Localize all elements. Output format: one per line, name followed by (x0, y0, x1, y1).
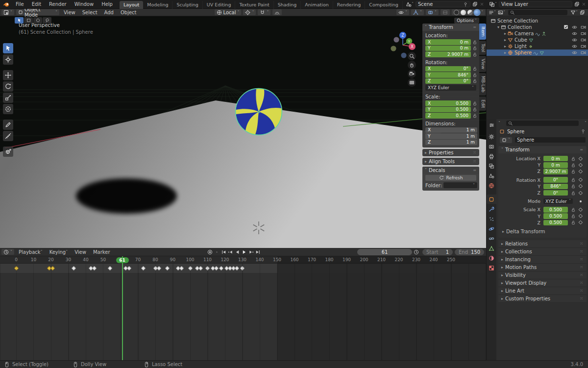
scene-selector[interactable]: ˅ (406, 1, 414, 7)
menu-file[interactable]: File (12, 1, 28, 7)
value-field[interactable]: Y0.500 (425, 107, 471, 113)
outliner-search-input[interactable] (508, 10, 567, 15)
n-panel-tab-view[interactable]: View (479, 56, 486, 72)
properties-tab-constraints[interactable] (487, 234, 496, 243)
properties-tab-object[interactable] (487, 195, 496, 204)
panel-viewport-display[interactable]: ▸Viewport Display⁙ (498, 279, 587, 287)
keyframe-diamond-icon[interactable] (578, 177, 583, 182)
n-panel-tab-mb-lab[interactable]: MB-Lab (479, 73, 486, 95)
sync-button[interactable] (214, 249, 220, 255)
select-mode-lasso[interactable] (43, 17, 51, 24)
workspace-tab-texture-paint[interactable]: Texture Paint (235, 1, 273, 9)
pin-icon[interactable] (581, 129, 586, 134)
timeline-editor-type-button[interactable]: ˅ (1, 249, 14, 255)
play-reverse-button[interactable] (234, 249, 241, 255)
view-layer-selector[interactable]: ˅ (489, 1, 497, 7)
tool-rotate[interactable] (3, 81, 13, 92)
menu-help[interactable]: Help (98, 1, 117, 7)
n-panel-tab-edit[interactable]: Edit (479, 97, 486, 111)
copy-icon[interactable] (472, 1, 478, 7)
outliner-row-scene-collection[interactable]: Scene Collection (487, 18, 588, 24)
eye-icon[interactable] (572, 25, 577, 30)
lock-open-icon[interactable] (472, 46, 477, 50)
transform-orientation-dropdown[interactable]: Local˅ (215, 9, 242, 15)
check-icon[interactable] (564, 25, 568, 29)
eye-icon[interactable] (572, 50, 577, 55)
lock-open-icon[interactable] (472, 101, 477, 106)
jump-to-end-button[interactable] (255, 249, 262, 255)
lock-open-icon[interactable] (472, 78, 477, 83)
properties-tab-physics[interactable] (487, 224, 496, 233)
workspace-tab-compositing[interactable]: Compositing (365, 1, 403, 9)
value-field[interactable]: 0° (543, 190, 568, 196)
disclosure-arrow[interactable]: ▸ (504, 50, 506, 55)
filter-type-button[interactable]: ˅ (498, 10, 505, 15)
x-icon[interactable] (582, 2, 586, 6)
filter-button[interactable]: ˅ (570, 10, 578, 15)
workspace-tab-rendering[interactable]: Rendering (333, 1, 366, 9)
value-field[interactable]: Y0 m (425, 46, 471, 51)
disclosure-arrow[interactable]: ▸ (504, 44, 506, 49)
workspace-tab-animation[interactable]: Animation (301, 1, 333, 9)
value-field[interactable]: Y846° (425, 72, 471, 78)
lock-open-icon[interactable] (472, 52, 477, 57)
beachball-sphere[interactable] (236, 89, 282, 135)
timeline-menu-marker[interactable]: Marker (90, 249, 114, 255)
viewport-menu-view[interactable]: View (60, 10, 79, 15)
keyframe-diamond-icon[interactable] (578, 214, 583, 219)
tool-add-cube[interactable] (3, 147, 13, 157)
disclosure-arrow[interactable]: ▾ (497, 25, 499, 29)
panel-collections[interactable]: ▸Collections⁙ (498, 248, 587, 256)
timeline-menu-playback[interactable]: Playback˅ (15, 249, 46, 255)
value-field[interactable]: X0.500 (425, 100, 471, 106)
refresh-button[interactable]: Refresh (425, 175, 476, 181)
value-field[interactable]: 0.500 (543, 213, 568, 219)
keyframe-diamond-icon[interactable] (578, 191, 583, 196)
value-field[interactable]: 846° (543, 184, 568, 190)
blender-logo-icon[interactable] (3, 1, 10, 8)
viewport-menu-select[interactable]: Select (79, 10, 101, 15)
disclosure-arrow[interactable]: ▸ (504, 38, 506, 42)
lock-open-icon[interactable] (571, 184, 576, 189)
value-field[interactable]: Z2.9007 m (425, 51, 471, 57)
tool-annotate[interactable] (3, 120, 13, 130)
lock-open-icon[interactable] (571, 191, 576, 196)
panel-motion-paths[interactable]: ▸Motion Paths⁙ (498, 264, 587, 271)
workspace-tab-uv-editing[interactable]: UV Editing (203, 1, 236, 9)
panel-custom-properties[interactable]: ▸Custom Properties⁙ (498, 295, 587, 303)
viewport-menu-object[interactable]: Object (117, 10, 140, 15)
value-field[interactable]: Z0.500 (425, 113, 471, 119)
outliner-row-camera[interactable]: ▸Camera (487, 30, 588, 37)
tool-cursor[interactable] (3, 54, 13, 65)
lock-open-icon[interactable] (472, 113, 477, 118)
camera-restrict-icon[interactable] (581, 37, 586, 43)
copy-icon[interactable] (580, 10, 585, 15)
shading-material-preview-button[interactable] (467, 10, 473, 15)
x-icon[interactable] (480, 2, 484, 6)
panel-relations[interactable]: ▸Relations⁙ (498, 240, 587, 248)
properties-tab-material[interactable] (487, 253, 496, 263)
properties-search-input[interactable] (506, 121, 579, 126)
workspace-tab-modeling[interactable]: Modeling (143, 1, 172, 9)
keyframe-diamond-icon[interactable] (578, 207, 583, 212)
zoom-button[interactable] (408, 52, 416, 60)
properties-tab-world[interactable] (487, 181, 496, 190)
panel-visibility[interactable]: ▸Visibility⁙ (498, 271, 587, 279)
value-field[interactable]: 0.500 (543, 207, 568, 213)
select-mode-tweak[interactable] (15, 17, 24, 24)
lock-open-icon[interactable] (472, 73, 477, 77)
camera-restrict-icon[interactable] (581, 31, 586, 36)
dimension-field[interactable]: Z1 m (425, 140, 477, 146)
current-frame-line[interactable] (122, 256, 123, 360)
viewport-3d[interactable]: User Perspective (61) Scene Collection |… (0, 16, 486, 248)
previous-keyframe-button[interactable] (227, 249, 234, 255)
value-field[interactable]: 0.500 (543, 220, 568, 226)
panel-header[interactable]: ▸Align Tools⁙ (422, 158, 479, 165)
disclosure-arrow[interactable]: ▸ (504, 31, 506, 36)
select-mode-circle[interactable] (33, 17, 42, 24)
viewport-menu-add[interactable]: Add (101, 10, 117, 15)
breadcrumb-chevron[interactable]: ˅ (498, 121, 500, 125)
lock-open-icon[interactable] (571, 169, 576, 174)
view-layer-name-field[interactable]: View Layer (499, 1, 572, 7)
transform-panel-header[interactable]: ˅Transform≡ (498, 146, 587, 153)
